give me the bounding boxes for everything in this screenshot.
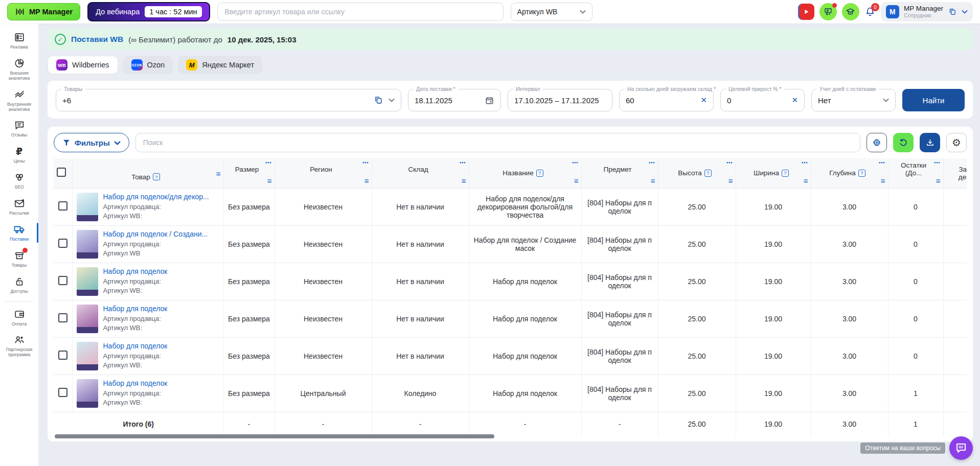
notifications-button[interactable]: 0 (864, 6, 876, 17)
support-chat-button[interactable] (949, 436, 973, 460)
banner-postavki-link[interactable]: Поставки WB (71, 35, 123, 44)
education-button[interactable] (842, 3, 859, 20)
row-checkbox[interactable] (58, 351, 67, 360)
automation-button[interactable] (867, 133, 887, 152)
notification-dot (832, 3, 837, 8)
sidebar-item-tovary[interactable]: Товары (0, 246, 38, 272)
user-account-menu[interactable]: M MP Manager Сотрудник (881, 2, 973, 21)
tab-ozon[interactable]: OZON Ozon (123, 56, 173, 74)
row-checkbox[interactable] (58, 239, 67, 248)
chevron-down-icon[interactable] (389, 98, 395, 102)
column-menu-icon[interactable]: ≡ (364, 176, 369, 185)
sidebar-item-seo[interactable]: SEO (0, 168, 38, 194)
refresh-button[interactable] (893, 133, 914, 152)
column-options-icon[interactable]: ⋯ (362, 159, 369, 167)
column-options-icon[interactable]: ⋯ (934, 159, 941, 167)
tab-wildberries[interactable]: WB Wildberries (48, 56, 118, 74)
target-growth-field[interactable]: Целевой прирост % * 0 ✕ (720, 89, 805, 111)
sidebar-item-otzyvy[interactable]: Отзывы (0, 115, 38, 142)
tab-yandex-market[interactable]: M Яндекс Маркет (178, 56, 262, 74)
column-menu-icon[interactable]: ≡ (728, 176, 733, 185)
wallet-icon (13, 308, 26, 320)
row-checkbox[interactable] (58, 388, 67, 397)
sidebar-item-oplata[interactable]: Оплата (0, 305, 38, 331)
product-link[interactable]: Набор для поделок (103, 305, 168, 313)
notifications-count-badge: 0 (871, 3, 879, 11)
table-search-input[interactable] (135, 133, 860, 152)
stock-days-value: Нет (818, 96, 883, 105)
sidebar-item-vneshnyaya-analitika[interactable]: Внешняя аналитика (0, 54, 38, 85)
help-icon: ? (782, 170, 789, 177)
row-checkbox[interactable] (58, 201, 67, 211)
webinar-countdown-banner[interactable]: До вебинара 1 час : 52 мин (87, 2, 210, 21)
ads-icon (13, 31, 26, 43)
column-menu-icon[interactable]: ≡ (804, 176, 808, 185)
chat-tooltip: Ответим на ваши вопросы (860, 442, 945, 454)
column-options-icon[interactable]: ⋯ (802, 159, 808, 167)
sidebar-item-rassylki[interactable]: Рассылки (0, 194, 38, 220)
column-razmer: Размер ⋯ ≡ (223, 158, 275, 188)
webinars-button[interactable] (819, 3, 837, 20)
column-menu-icon[interactable]: ≡ (462, 176, 466, 185)
product-link[interactable]: Набор для поделок (103, 342, 168, 350)
column-options-icon[interactable]: ⋯ (572, 159, 579, 167)
column-shirina: Ширина? ⋯ ≡ (736, 158, 811, 188)
sidebar-item-reklama[interactable]: Реклама (0, 28, 38, 54)
article-search-input[interactable] (217, 3, 504, 21)
column-menu-icon[interactable]: ≡ (216, 169, 221, 177)
row-checkbox[interactable] (58, 276, 67, 285)
sidebar-item-postavki[interactable]: Поставки (0, 220, 38, 246)
user-name: MP Manager (904, 5, 943, 13)
app-logo-button[interactable]: MP Manager (7, 3, 80, 20)
interval-field[interactable]: Интервал 17.10.2025 – 17.11.2025 (508, 89, 612, 111)
products-value: +6 (62, 96, 373, 105)
article-type-select[interactable]: Артикул WB (511, 3, 592, 21)
truck-icon (13, 223, 26, 236)
clear-icon[interactable]: ✕ (791, 96, 798, 105)
chat-bubble-icon (955, 442, 967, 454)
table-total-row: Итого (6) - - - - - 25.00 19.00 3.00 1 (54, 412, 967, 436)
row-checkbox[interactable] (58, 313, 67, 322)
table-settings-button[interactable]: ⚙ (946, 133, 967, 152)
clear-icon[interactable]: ✕ (700, 96, 707, 105)
column-options-icon[interactable]: ⋯ (879, 159, 885, 167)
product-link[interactable]: Набор для поделок/для декор... (103, 193, 209, 201)
sidebar-item-partnerskaya-programma[interactable]: Партнерская программа (0, 330, 38, 361)
calendar-icon[interactable] (485, 96, 494, 105)
column-menu-icon[interactable]: ≡ (881, 176, 885, 185)
banner-expiry-date: 10 дек. 2025, 15:03 (227, 35, 297, 44)
supply-date-field[interactable]: Дата поставки * 18.11.2025 (408, 89, 501, 111)
download-button[interactable] (920, 133, 940, 152)
column-zakazy: Зак ден (943, 158, 967, 188)
main-content: ✓ Поставки WB (∞ Безлимит) работают до 1… (38, 24, 980, 466)
horizontal-scrollbar[interactable] (55, 434, 494, 438)
marketplace-tabs: WB Wildberries OZON Ozon M Яндекс Маркет (48, 56, 973, 74)
column-menu-icon[interactable]: ≡ (267, 176, 272, 185)
column-menu-icon[interactable]: ≡ (651, 176, 655, 185)
column-menu-icon[interactable]: ≡ (936, 176, 941, 185)
copy-icon[interactable] (948, 7, 957, 16)
copy-icon[interactable] (373, 95, 383, 105)
sidebar-item-tseny[interactable]: ₽ Цены (0, 142, 38, 168)
target-growth-value: 0 (727, 96, 791, 105)
sidebar-item-vnutrennyaya-analitika[interactable]: Внутренняя аналитика (0, 85, 38, 116)
warehouse-days-field[interactable]: На сколько дней загружаем склад * 60 ✕ (619, 89, 714, 111)
select-all-checkbox[interactable] (57, 168, 66, 177)
column-options-icon[interactable]: ⋯ (726, 159, 733, 167)
product-link[interactable]: Набор для поделок / Создани... (103, 230, 208, 238)
graduation-cap-icon (846, 7, 855, 17)
video-play-button[interactable] (798, 4, 814, 20)
stock-days-select[interactable]: Учет дней с остатками Нет (811, 89, 896, 111)
product-link[interactable]: Набор для поделок (103, 379, 168, 387)
sidebar-item-dostupy[interactable]: Доступы (0, 272, 38, 298)
products-field[interactable]: Товары +6 (56, 89, 401, 111)
column-options-icon[interactable]: ⋯ (265, 159, 272, 167)
product-link[interactable]: Набор для поделок (103, 267, 168, 275)
product-thumbnail (77, 342, 98, 370)
filters-button[interactable]: Фильтры (54, 133, 129, 152)
chevron-down-icon[interactable] (962, 10, 968, 14)
find-button[interactable]: Найти (902, 89, 965, 111)
column-options-icon[interactable]: ⋯ (649, 159, 655, 167)
column-menu-icon[interactable]: ≡ (574, 176, 579, 185)
column-options-icon[interactable]: ⋯ (460, 159, 466, 167)
